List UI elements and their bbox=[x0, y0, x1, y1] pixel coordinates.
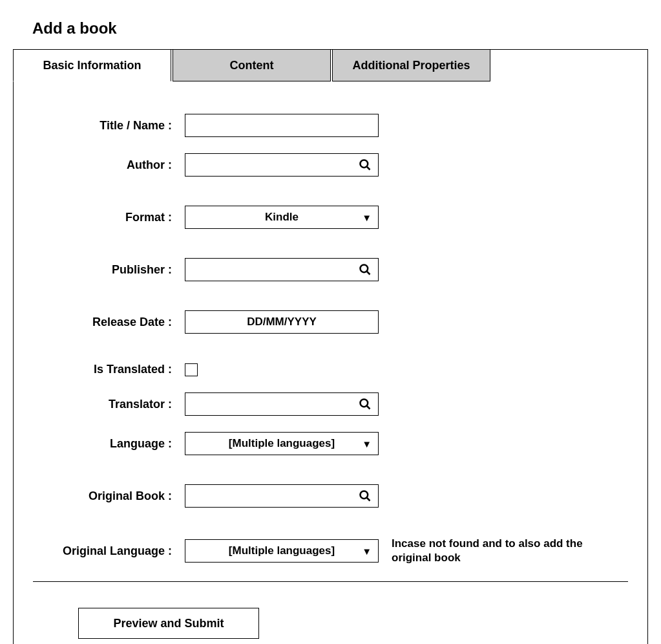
format-select[interactable]: Kindle ▼ bbox=[185, 206, 379, 229]
label-language: Language : bbox=[26, 437, 185, 451]
tab-additional-properties[interactable]: Additional Properties bbox=[332, 49, 490, 81]
tab-label: Additional Properties bbox=[352, 59, 470, 72]
row-original-language: Original Language : [Multiple languages]… bbox=[26, 537, 635, 565]
row-release-date: Release Date : DD/MM/YYYY bbox=[26, 310, 635, 334]
svg-line-3 bbox=[367, 272, 370, 275]
form-area: Title / Name : Author : Format : Kindle bbox=[14, 81, 647, 644]
tab-basic-information[interactable]: Basic Information bbox=[13, 49, 171, 81]
preview-submit-button[interactable]: Preview and Submit bbox=[78, 608, 259, 639]
form-panel: Basic Information Content Additional Pro… bbox=[13, 49, 648, 644]
title-input[interactable] bbox=[185, 114, 378, 136]
release-date-placeholder: DD/MM/YYYY bbox=[185, 316, 378, 328]
author-input[interactable] bbox=[185, 154, 378, 176]
label-original-language: Original Language : bbox=[26, 544, 185, 558]
svg-line-5 bbox=[367, 406, 370, 409]
label-format: Format : bbox=[26, 211, 185, 224]
svg-point-2 bbox=[361, 265, 368, 273]
tabs: Basic Information Content Additional Pro… bbox=[13, 49, 647, 81]
translator-input[interactable] bbox=[185, 393, 378, 415]
language-select[interactable]: [Multiple languages] ▼ bbox=[185, 432, 379, 455]
language-value: [Multiple languages] bbox=[185, 437, 378, 450]
svg-line-1 bbox=[367, 167, 370, 170]
author-field[interactable] bbox=[185, 153, 379, 177]
row-language: Language : [Multiple languages] ▼ bbox=[26, 432, 635, 455]
row-format: Format : Kindle ▼ bbox=[26, 206, 635, 229]
row-original-book: Original Book : bbox=[26, 484, 635, 508]
original-book-field[interactable] bbox=[185, 484, 379, 508]
label-author: Author : bbox=[26, 158, 185, 172]
is-translated-checkbox[interactable] bbox=[185, 363, 198, 376]
translator-field[interactable] bbox=[185, 392, 379, 416]
format-value: Kindle bbox=[185, 211, 378, 224]
label-translator: Translator : bbox=[26, 398, 185, 411]
search-icon[interactable] bbox=[359, 398, 372, 411]
row-author: Author : bbox=[26, 153, 635, 177]
search-icon[interactable] bbox=[359, 263, 372, 276]
divider bbox=[33, 581, 628, 582]
original-language-hint: Incase not found and to also add the ori… bbox=[392, 537, 611, 565]
tab-label: Basic Information bbox=[43, 59, 141, 72]
svg-point-4 bbox=[361, 400, 368, 407]
svg-point-6 bbox=[361, 491, 368, 499]
tab-label: Content bbox=[230, 59, 274, 72]
row-translator: Translator : bbox=[26, 392, 635, 416]
label-is-translated: Is Translated : bbox=[26, 363, 185, 376]
row-is-translated: Is Translated : bbox=[26, 363, 635, 376]
label-title: Title / Name : bbox=[26, 119, 185, 133]
search-icon[interactable] bbox=[359, 158, 372, 171]
chevron-down-icon: ▼ bbox=[362, 546, 372, 556]
label-release-date: Release Date : bbox=[26, 316, 185, 329]
search-icon[interactable] bbox=[359, 489, 372, 502]
chevron-down-icon: ▼ bbox=[362, 439, 372, 449]
original-language-value: [Multiple languages] bbox=[185, 544, 378, 557]
publisher-field[interactable] bbox=[185, 258, 379, 281]
title-field[interactable] bbox=[185, 114, 379, 137]
submit-button-label: Preview and Submit bbox=[113, 617, 224, 630]
publisher-input[interactable] bbox=[185, 259, 378, 281]
release-date-field[interactable]: DD/MM/YYYY bbox=[185, 310, 379, 334]
svg-point-0 bbox=[361, 160, 368, 168]
page-title: Add a book bbox=[32, 19, 648, 38]
label-publisher: Publisher : bbox=[26, 263, 185, 277]
label-original-book: Original Book : bbox=[26, 489, 185, 503]
row-title: Title / Name : bbox=[26, 114, 635, 137]
svg-line-7 bbox=[367, 498, 370, 501]
original-book-input[interactable] bbox=[185, 485, 378, 507]
original-language-select[interactable]: [Multiple languages] ▼ bbox=[185, 539, 379, 563]
tab-content[interactable]: Content bbox=[173, 49, 331, 81]
row-publisher: Publisher : bbox=[26, 258, 635, 281]
chevron-down-icon: ▼ bbox=[362, 213, 372, 222]
